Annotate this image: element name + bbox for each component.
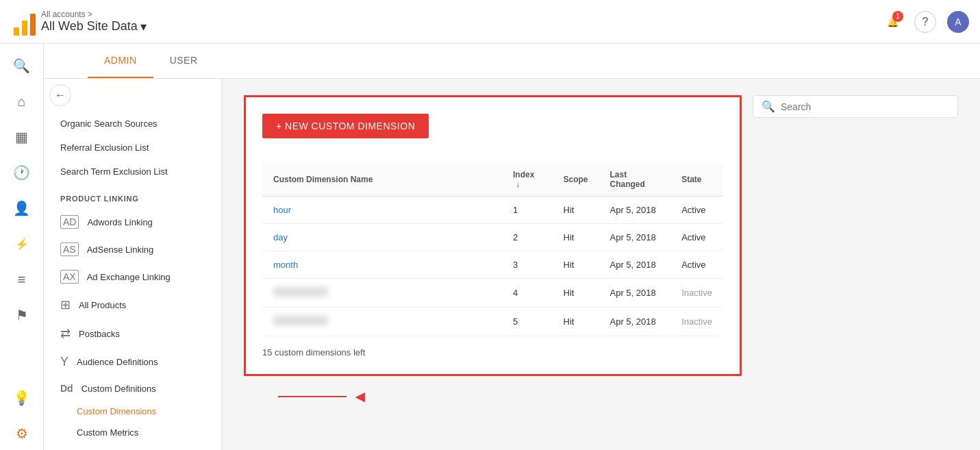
sidebar-item-data-import[interactable]: Dd Data Import: [44, 443, 221, 450]
notifications-button[interactable]: 🔔 1: [881, 11, 903, 33]
property-selector[interactable]: All Web Site Data ▾: [41, 19, 881, 34]
dimension-link[interactable]: day: [273, 232, 288, 242]
sidebar-item-audience-definitions[interactable]: Y Audience Definitions: [44, 348, 221, 376]
col-header-name: Custom Dimension Name: [262, 163, 502, 197]
help-button[interactable]: ?: [914, 11, 936, 33]
col-header-scope: Scope: [553, 163, 599, 197]
home-icon: ⌂: [17, 94, 25, 110]
notification-badge: 1: [892, 11, 903, 22]
sidebar-icon-dashboard[interactable]: ▦: [5, 121, 38, 153]
table-row: hour1HitApr 5, 2018Active: [262, 197, 723, 224]
sort-icon: ↓: [516, 179, 520, 189]
sidebar-icon-search[interactable]: 🔍: [5, 49, 38, 82]
blurred-name: [273, 287, 328, 297]
dimension-link[interactable]: month: [273, 260, 298, 270]
sidebar-icon-funnel[interactable]: ⚡: [5, 227, 38, 260]
blurred-name: [273, 316, 328, 325]
custom-dimensions-table: Custom Dimension Name Index ↓ Scope Last…: [262, 163, 723, 336]
sidebar-item-postbacks[interactable]: ⇄ Postbacks: [44, 319, 221, 348]
sidebar-item-adsense[interactable]: AS AdSense Linking: [44, 236, 221, 263]
audience-icon: Y: [60, 355, 68, 369]
dimension-link[interactable]: hour: [273, 205, 291, 215]
sidebar-icon-flag[interactable]: ⚑: [5, 299, 38, 332]
top-action-row: + NEW CUSTOM DIMENSION Custom Dimension …: [244, 95, 958, 376]
adwords-icon: AD: [60, 215, 79, 229]
flag-icon: ⚑: [16, 307, 28, 323]
sidebar-icon-reports[interactable]: 🕐: [5, 156, 38, 189]
dashboard-icon: ▦: [15, 129, 28, 145]
ad-exchange-label: Ad Exchange Linking: [87, 272, 171, 282]
adsense-icon: AS: [60, 242, 79, 256]
tab-user[interactable]: USER: [153, 44, 214, 78]
table-row: 4HitApr 5, 2018Inactive: [262, 279, 723, 308]
index-col-label: Index: [513, 170, 534, 179]
main-layout: 🔍 ⌂ ▦ 🕐 👤 ⚡ ≡ ⚑ 💡 ⚙: [0, 44, 980, 450]
dimension-scope: Hit: [553, 308, 599, 336]
user-avatar[interactable]: A: [947, 11, 969, 33]
sidebar-item-organic-search[interactable]: Organic Search Sources: [44, 112, 221, 136]
clock-icon: 🕐: [13, 164, 30, 181]
table-row: 5HitApr 5, 2018Inactive: [262, 308, 723, 336]
right-arrow-icon: ◄: [352, 387, 368, 406]
svg-rect-1: [22, 21, 27, 36]
sidebar-icon-list[interactable]: ≡: [5, 263, 38, 296]
dimension-state: Inactive: [670, 279, 723, 308]
dimension-index: 5: [502, 308, 553, 336]
svg-rect-0: [14, 27, 19, 36]
search-icon: 🔍: [13, 58, 30, 74]
sidebar-icon-home[interactable]: ⌂: [5, 85, 38, 118]
dimension-last-changed: Apr 5, 2018: [599, 308, 671, 336]
all-accounts-breadcrumb[interactable]: All accounts >: [41, 10, 881, 19]
sidebar-item-all-products[interactable]: ⊞ All Products: [44, 290, 221, 319]
custom-metrics-label: Custom Metrics: [77, 427, 138, 438]
sidebar-icon-lightbulb[interactable]: 💡: [5, 382, 38, 414]
sidebar-item-referral-exclusion[interactable]: Referral Exclusion List: [44, 136, 221, 160]
funnel-icon: ⚡: [15, 238, 29, 251]
sidebar-item-ad-exchange[interactable]: AX Ad Exchange Linking: [44, 263, 221, 290]
dimension-state: Active: [670, 197, 723, 224]
google-analytics-logo: [11, 11, 33, 33]
back-arrow-button[interactable]: ←: [49, 84, 71, 106]
all-products-label: All Products: [79, 300, 126, 310]
chevron-down-icon: ▾: [140, 19, 147, 34]
box-top-row: + NEW CUSTOM DIMENSION: [262, 114, 723, 152]
tabs-bar: ADMIN USER: [44, 44, 980, 79]
postbacks-label: Postbacks: [79, 329, 120, 339]
header-icons: 🔔 1 ? A: [881, 11, 969, 33]
sidebar-item-adwords[interactable]: AD Adwords Linking: [44, 208, 221, 236]
sidebar-item-search-term-exclusion[interactable]: Search Term Exclusion List: [44, 160, 221, 184]
search-input[interactable]: [781, 101, 949, 112]
svg-rect-2: [30, 14, 36, 36]
postbacks-icon: ⇄: [60, 326, 71, 341]
new-custom-dimension-button[interactable]: + NEW CUSTOM DIMENSION: [262, 114, 429, 138]
search-term-exclusion-label: Search Term Exclusion List: [60, 166, 168, 177]
custom-dimension-box: + NEW CUSTOM DIMENSION Custom Dimension …: [244, 95, 742, 376]
sidebar-nav: ← Organic Search Sources Referral Exclus…: [44, 79, 222, 450]
sidebar-item-custom-definitions[interactable]: Dd Custom Definitions: [44, 376, 221, 401]
sidebar-icon-settings[interactable]: ⚙: [5, 417, 38, 450]
dimension-state: Active: [670, 251, 723, 279]
adwords-label: Adwords Linking: [87, 217, 152, 227]
sidebar-icon-user[interactable]: 👤: [5, 192, 38, 225]
user-initial: A: [955, 16, 961, 27]
custom-definitions-label: Custom Definitions: [81, 384, 156, 394]
property-name-text: All Web Site Data: [41, 19, 138, 34]
custom-definitions-icon: Dd: [60, 383, 73, 394]
dimension-scope: Hit: [553, 224, 599, 251]
account-info: All accounts > All Web Site Data ▾: [41, 10, 881, 34]
tab-admin[interactable]: ADMIN: [88, 44, 153, 78]
lightbulb-icon: 💡: [13, 390, 30, 406]
dimension-scope: Hit: [553, 251, 599, 279]
section-product-linking: PRODUCT LINKING: [44, 184, 221, 208]
dimension-index: 2: [502, 224, 553, 251]
sidebar-subitem-custom-metrics[interactable]: Custom Metrics: [44, 422, 221, 443]
col-header-state: State: [670, 163, 723, 197]
dimension-scope: Hit: [553, 197, 599, 224]
sidebar-subitem-custom-dimensions[interactable]: Custom Dimensions: [44, 401, 221, 422]
col-header-index[interactable]: Index ↓: [502, 163, 553, 197]
referral-exclusion-label: Referral Exclusion List: [60, 142, 149, 153]
organic-search-label: Organic Search Sources: [60, 118, 158, 129]
left-arrow-icon: ←: [55, 89, 66, 101]
dimension-index: 4: [502, 279, 553, 308]
dimensions-left-count: 15 custom dimensions left: [262, 336, 723, 358]
